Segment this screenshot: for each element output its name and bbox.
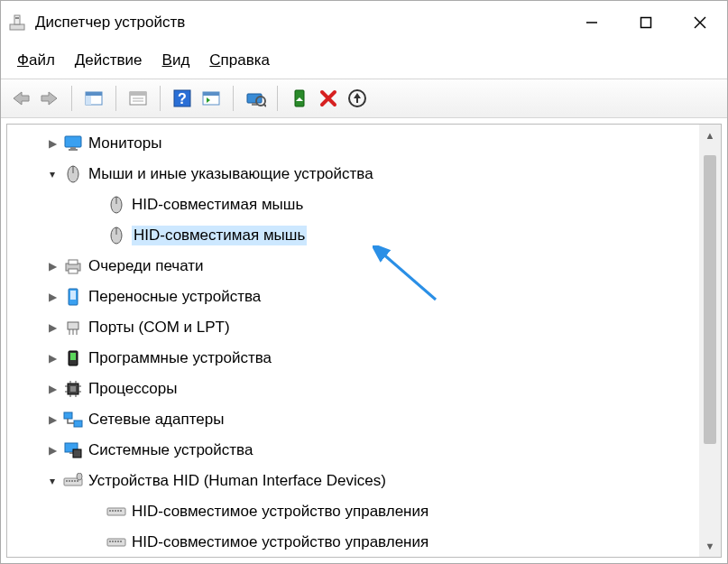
back-button[interactable] xyxy=(8,86,33,111)
uninstall-device-button[interactable] xyxy=(316,86,341,111)
svg-rect-66 xyxy=(71,480,73,482)
svg-rect-78 xyxy=(112,541,114,542)
tree-label: Мыши и иные указывающие устройства xyxy=(88,165,373,183)
svg-rect-72 xyxy=(112,510,114,512)
svg-rect-8 xyxy=(86,92,102,96)
svg-rect-71 xyxy=(109,510,111,512)
svg-rect-42 xyxy=(68,322,78,329)
tree-label: HID-совместимое устройство управления xyxy=(132,503,429,521)
tree-node-hid-compat-2[interactable]: HID-совместимое устройство управления xyxy=(7,527,699,557)
content-area: ▶ Мониторы ▾ Мыши и иные указывающие уст… xyxy=(6,124,722,558)
tree-label: Программные устройства xyxy=(88,349,272,367)
help-button[interactable]: ? xyxy=(170,86,195,111)
svg-rect-62 xyxy=(73,449,81,458)
tree-node-print-queues[interactable]: ▶ Очереди печати xyxy=(7,251,699,282)
chevron-right-icon[interactable]: ▶ xyxy=(43,260,61,273)
maximize-button[interactable] xyxy=(619,1,673,44)
tree-node-portable[interactable]: ▶ Переносные устройства xyxy=(7,282,699,312)
chevron-down-icon[interactable]: ▾ xyxy=(43,168,61,180)
scroll-up-button[interactable]: ▲ xyxy=(699,125,721,146)
svg-rect-11 xyxy=(130,92,146,96)
tree-label: Системные устройства xyxy=(88,441,253,459)
ports-icon xyxy=(63,318,83,337)
scroll-down-button[interactable]: ▼ xyxy=(699,535,721,557)
show-hide-tree-button[interactable] xyxy=(81,86,106,111)
tree-node-processors[interactable]: ▶ Процессоры xyxy=(7,374,699,404)
svg-rect-58 xyxy=(64,412,72,419)
titlebar: Диспетчер устройств xyxy=(1,1,727,44)
tree-node-hid-compat-1[interactable]: HID-совместимое устройство управления xyxy=(7,496,699,527)
tree-node-hid-mouse-2-selected[interactable]: HID-совместимая мышь xyxy=(7,220,699,251)
svg-rect-65 xyxy=(69,480,70,482)
tree-node-network[interactable]: ▶ Сетевые адаптеры xyxy=(7,404,699,435)
toolbar-separator xyxy=(233,86,234,111)
tree-node-system[interactable]: ▶ Системные устройства xyxy=(7,435,699,466)
svg-rect-59 xyxy=(74,421,82,427)
svg-rect-4 xyxy=(641,18,651,28)
tree-node-mice[interactable]: ▾ Мыши и иные указывающие устройства xyxy=(7,159,699,190)
tree-label: HID-совместимая мышь xyxy=(132,226,307,245)
device-manager-window: Диспетчер устройств Файл Действие Вид Сп… xyxy=(0,0,728,564)
tree-label: Мониторы xyxy=(88,134,161,153)
tree-label: Процессоры xyxy=(88,380,177,398)
cpu-icon xyxy=(63,379,83,399)
tree-node-software[interactable]: ▶ Программные устройства xyxy=(7,343,699,374)
svg-rect-73 xyxy=(115,510,116,512)
chevron-right-icon[interactable]: ▶ xyxy=(43,383,61,395)
properties-button[interactable] xyxy=(125,86,151,111)
chevron-right-icon[interactable]: ▶ xyxy=(43,291,61,303)
svg-rect-47 xyxy=(70,353,76,360)
svg-rect-74 xyxy=(117,510,119,512)
close-button[interactable] xyxy=(673,1,727,44)
chevron-right-icon[interactable]: ▶ xyxy=(43,352,61,365)
toolbar-separator xyxy=(160,86,161,111)
svg-rect-81 xyxy=(120,541,122,542)
tree-node-hid-mouse-1[interactable]: HID-совместимая мышь xyxy=(7,190,699,220)
svg-line-22 xyxy=(263,104,266,106)
vertical-scrollbar[interactable]: ▲ ▼ xyxy=(699,125,721,557)
tree-label: Порты (COM и LPT) xyxy=(88,319,230,337)
chevron-right-icon[interactable]: ▶ xyxy=(43,137,61,150)
mouse-icon xyxy=(106,226,126,245)
menubar: Файл Действие Вид Справка xyxy=(1,44,727,79)
window-title: Диспетчер устройств xyxy=(35,14,565,32)
chevron-right-icon[interactable]: ▶ xyxy=(43,413,61,426)
mouse-icon xyxy=(63,164,83,184)
svg-rect-2 xyxy=(15,17,19,19)
minimize-button[interactable] xyxy=(565,1,619,44)
scrollbar-thumb[interactable] xyxy=(704,155,716,444)
enable-device-button[interactable] xyxy=(287,86,312,111)
toolbar-separator xyxy=(71,86,72,111)
update-driver-button[interactable] xyxy=(345,86,370,111)
tree-label: Переносные устройства xyxy=(88,288,261,306)
forward-button[interactable] xyxy=(37,86,62,111)
portable-device-icon xyxy=(63,287,83,307)
tree-node-monitors[interactable]: ▶ Мониторы xyxy=(7,128,699,159)
svg-rect-29 xyxy=(70,147,76,149)
tree-node-ports[interactable]: ▶ Порты (COM и LPT) xyxy=(7,312,699,343)
action-pane-button[interactable] xyxy=(198,86,224,111)
tree-label: HID-совместимая мышь xyxy=(132,196,303,214)
menu-help[interactable]: Справка xyxy=(209,51,270,69)
system-device-icon xyxy=(63,440,83,460)
tree-label: Сетевые адаптеры xyxy=(88,411,224,429)
monitor-icon xyxy=(63,134,83,153)
tree-label: Устройства HID (Human Interface Devices) xyxy=(88,472,386,490)
svg-rect-28 xyxy=(65,136,81,147)
svg-rect-79 xyxy=(115,541,116,542)
chevron-right-icon[interactable]: ▶ xyxy=(43,444,61,457)
chevron-right-icon[interactable]: ▶ xyxy=(43,321,61,334)
chevron-down-icon[interactable]: ▾ xyxy=(43,475,61,487)
menu-action[interactable]: Действие xyxy=(75,51,143,69)
menu-view[interactable]: Вид xyxy=(162,51,190,69)
svg-rect-17 xyxy=(203,92,219,96)
svg-text:?: ? xyxy=(178,91,187,106)
tree-node-hid[interactable]: ▾ Устройства HID (Human Interface Device… xyxy=(7,466,699,496)
menu-file[interactable]: Файл xyxy=(17,51,55,69)
device-tree[interactable]: ▶ Мониторы ▾ Мыши и иные указывающие уст… xyxy=(7,125,699,557)
svg-rect-1 xyxy=(14,15,20,24)
svg-rect-39 xyxy=(69,269,78,273)
mouse-icon xyxy=(106,195,126,215)
svg-point-69 xyxy=(77,473,82,480)
scan-hardware-button[interactable] xyxy=(243,86,268,111)
